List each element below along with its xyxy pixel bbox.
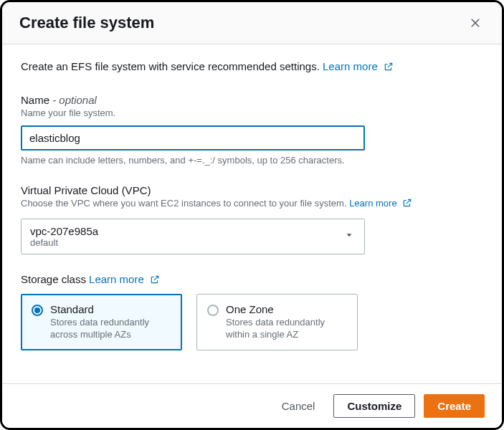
tile-title: One Zone: [226, 303, 347, 315]
modal-footer: Cancel Customize Create: [2, 383, 502, 428]
vpc-field: Virtual Private Cloud (VPC) Choose the V…: [21, 184, 483, 254]
storage-class-tiles: Standard Stores data redundantly across …: [21, 294, 483, 350]
storage-class-label-text: Storage class: [21, 273, 86, 285]
tile-desc: Stores data redundantly across multiple …: [50, 317, 171, 341]
vpc-select[interactable]: vpc-207e985a default: [21, 219, 365, 254]
caret-down-icon: [344, 230, 354, 243]
storage-class-field: Storage class Learn more Standard Stores…: [21, 273, 483, 350]
name-field: Name - optional Name your file system. N…: [21, 94, 483, 166]
vpc-learn-more-label: Learn more: [349, 198, 396, 209]
name-optional: - optional: [49, 94, 97, 106]
vpc-desc: Choose the VPC where you want EC2 instan…: [21, 198, 483, 210]
customize-button[interactable]: Customize: [333, 394, 415, 418]
vpc-label: Virtual Private Cloud (VPC): [21, 184, 483, 196]
create-file-system-modal: Create file system Create an EFS file sy…: [0, 0, 504, 430]
storage-learn-more-link[interactable]: Learn more: [89, 273, 160, 285]
vpc-selected-sub: default: [30, 237, 338, 248]
external-link-icon: [384, 62, 394, 74]
name-label-text: Name: [21, 94, 49, 106]
name-hint: Name can include letters, numbers, and +…: [21, 155, 483, 166]
close-button[interactable]: [466, 14, 485, 32]
name-input[interactable]: [21, 125, 365, 150]
intro-text-span: Create an EFS file system with service r…: [21, 60, 320, 72]
intro-learn-more-link[interactable]: Learn more: [323, 60, 394, 72]
modal-body: Create an EFS file system with service r…: [2, 44, 502, 383]
name-desc: Name your file system.: [21, 108, 483, 118]
name-label: Name - optional: [21, 94, 483, 106]
modal-title: Create file system: [19, 14, 154, 32]
modal-header: Create file system: [2, 2, 502, 44]
vpc-selected-id: vpc-207e985a: [30, 225, 338, 237]
tile-text: Standard Stores data redundantly across …: [50, 303, 171, 341]
vpc-learn-more-link[interactable]: Learn more: [349, 198, 412, 209]
intro-learn-more-label: Learn more: [323, 60, 378, 72]
storage-tile-standard[interactable]: Standard Stores data redundantly across …: [21, 294, 182, 350]
radio-icon: [32, 305, 43, 316]
external-link-icon: [150, 274, 160, 287]
tile-title: Standard: [50, 303, 171, 315]
create-button[interactable]: Create: [424, 394, 485, 418]
tile-desc: Stores data redundantly within a single …: [226, 317, 347, 341]
cancel-button[interactable]: Cancel: [272, 395, 325, 417]
storage-class-label: Storage class Learn more: [21, 273, 483, 287]
vpc-desc-text: Choose the VPC where you want EC2 instan…: [21, 198, 347, 209]
storage-tile-one-zone[interactable]: One Zone Stores data redundantly within …: [196, 294, 358, 350]
storage-learn-more-label: Learn more: [89, 273, 144, 285]
external-link-icon: [402, 198, 412, 210]
tile-text: One Zone Stores data redundantly within …: [226, 303, 347, 341]
intro-text: Create an EFS file system with service r…: [21, 60, 483, 74]
radio-icon: [207, 305, 219, 316]
